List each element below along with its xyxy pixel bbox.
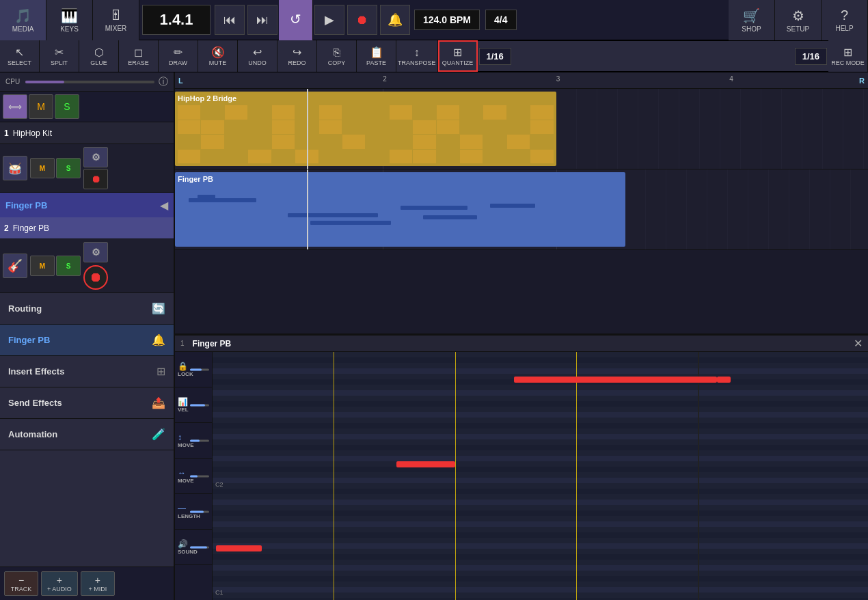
rec-mode-icon: ⊞ <box>843 46 852 59</box>
track-1-instrument-icon[interactable]: 🥁 <box>3 156 27 180</box>
insert-effects-section[interactable]: Insert Effects ⊞ <box>0 356 174 387</box>
add-audio-track-button[interactable]: + + AUDIO <box>41 571 78 596</box>
undo-tool[interactable]: ↩ UNDO <box>238 40 277 72</box>
transpose-icon: ↕ <box>414 46 420 59</box>
mute-tool[interactable]: 🔇 MUTE <box>198 40 238 72</box>
routing-label: Routing <box>8 303 152 314</box>
shop-button[interactable]: 🛒 SHOP <box>729 0 775 40</box>
setup-button[interactable]: ⚙ SETUP <box>775 0 822 40</box>
record-button[interactable]: ⏺ <box>347 5 377 35</box>
pr-sound-row[interactable]: 🔊 SOUND <box>175 530 212 565</box>
remove-track-button[interactable]: − TRACK <box>4 571 38 596</box>
time-sig-display[interactable]: 4/4 <box>485 10 516 30</box>
track-1-number: 1 <box>4 128 9 138</box>
help-button[interactable]: ? HELP <box>822 0 868 40</box>
track-1-name: HipHop Kit <box>13 128 169 138</box>
ruler: L 2 3 4 R <box>175 72 868 89</box>
glue-tool[interactable]: ⬡ GLUE <box>79 40 119 72</box>
track-2-record-btn[interactable]: ⏺ <box>83 265 108 290</box>
track-1-record-btn[interactable]: ⏺ <box>83 169 108 189</box>
automation-section[interactable]: Automation 🧪 <box>0 419 174 450</box>
pr-lock-row[interactable]: 🔒 LOCK <box>175 352 212 387</box>
skip-end-button[interactable]: ⏭ <box>247 5 277 35</box>
split-tool[interactable]: ✂ SPLIT <box>40 40 79 72</box>
left-panel: CPU ⓘ ⟺ M S 1 HipHop Kit 🥁 M S <box>0 72 175 600</box>
track-2-instrument-icon[interactable]: 🎸 <box>3 254 27 278</box>
insert-effects-icon: ⊞ <box>157 365 165 378</box>
track-item-1: 1 HipHop Kit 🥁 M S ⚙ ⏺ <box>0 122 174 193</box>
arr-track-1: HipHop 2 Bridge <box>175 89 868 169</box>
pr-playhead <box>698 352 699 600</box>
send-effects-section[interactable]: Send Effects 📤 <box>0 387 174 419</box>
rec-mode-tool[interactable]: ⊞ REC MODE <box>828 40 868 72</box>
add-audio-icon: + <box>57 575 62 586</box>
pr-grid[interactable]: C2 C1 <box>213 352 868 600</box>
select-tool[interactable]: ↖ SELECT <box>0 40 40 72</box>
pr-move-pitch-row[interactable]: ↕ MOVE <box>175 423 212 459</box>
mixer-button[interactable]: 🎚 MIXER <box>93 0 139 40</box>
master-solo-btn[interactable]: S <box>55 94 79 119</box>
redo-tool[interactable]: ↪ REDO <box>277 40 317 72</box>
arr-track-1-bg[interactable]: HipHop 2 Bridge <box>175 89 868 169</box>
add-midi-track-button[interactable]: + + MIDI <box>81 571 115 596</box>
pr-col-line-3 <box>576 352 577 600</box>
cpu-slider[interactable] <box>25 81 154 83</box>
pr-note-bottom[interactable] <box>216 545 262 551</box>
c1-label: C1 <box>215 589 223 596</box>
send-effects-label: Send Effects <box>8 398 152 408</box>
pr-length-row[interactable]: — LENGTH <box>175 494 212 530</box>
track-2-solo-btn[interactable]: S <box>56 256 81 276</box>
pr-title: Finger PB <box>193 339 854 349</box>
track-2-gear-btn[interactable]: ⚙ <box>83 242 108 262</box>
track-2-name-row[interactable]: Finger PB ◀ <box>0 193 174 217</box>
pr-move-time-row[interactable]: ↔ MOVE <box>175 459 212 494</box>
arr-track-2-bg[interactable]: Finger PB <box>175 169 868 249</box>
erase-tool[interactable]: ◻ ERASE <box>119 40 159 72</box>
move-vertical-icon: ↕ <box>178 433 182 442</box>
second-toolbar: ↖ SELECT ✂ SPLIT ⬡ GLUE ◻ ERASE ✏ DRAW 🔇… <box>0 41 868 72</box>
track-2-mute-btn[interactable]: M <box>30 256 55 276</box>
media-button[interactable]: 🎵 MEDIA <box>0 0 46 40</box>
pr-note-long[interactable] <box>514 377 717 383</box>
finger-pb-section[interactable]: Finger PB 🔔 <box>0 325 174 356</box>
paste-tool[interactable]: 📋 PASTE <box>357 40 396 72</box>
pr-left-panel: 🔒 LOCK 📊 VEL <box>175 352 213 600</box>
paste-icon: 📋 <box>370 46 383 59</box>
move-horizontal-icon: ↔ <box>178 468 186 478</box>
insert-effects-label: Insert Effects <box>8 366 157 377</box>
master-mute-btn[interactable]: M <box>29 94 53 119</box>
pr-col-line-2 <box>455 352 456 600</box>
cpu-info-icon[interactable]: ⓘ <box>159 76 168 88</box>
metronome-button[interactable]: 🔔 <box>380 5 410 35</box>
track-1-header[interactable]: 1 HipHop Kit <box>0 122 174 144</box>
pr-vel-row[interactable]: 📊 VEL <box>175 387 212 423</box>
track-1-body: 🥁 M S ⚙ ⏺ <box>0 144 174 192</box>
quantize-value-display[interactable]: 1/16 <box>479 48 511 65</box>
bpm-display[interactable]: 124.0 BPM <box>414 10 480 30</box>
grid-value-display[interactable]: 1/16 <box>795 48 827 65</box>
loop-button[interactable]: ↺ <box>279 0 313 40</box>
track-2-header[interactable]: 2 Finger PB <box>0 217 174 239</box>
keys-button[interactable]: 🎹 KEYS <box>46 0 93 40</box>
play-button[interactable]: ▶ <box>314 5 344 35</box>
draw-tool[interactable]: ✏ DRAW <box>159 40 198 72</box>
track-1-btns-row-1: M S <box>30 158 81 178</box>
arrange-view-btn[interactable]: ⟺ <box>3 94 27 119</box>
copy-tool[interactable]: ⎘ COPY <box>317 40 357 72</box>
transpose-tool[interactable]: ↕ TRANSPOSE <box>396 40 438 72</box>
track-2-arrow-icon[interactable]: ◀ <box>160 199 168 212</box>
rewind-button[interactable]: ⏮ <box>215 5 245 35</box>
track-1-gear-btn[interactable]: ⚙ <box>83 147 108 167</box>
finger-pb-clip[interactable]: Finger PB <box>175 172 625 247</box>
pr-close-button[interactable]: ✕ <box>854 337 863 350</box>
pr-note-mid[interactable] <box>396 461 455 467</box>
quantize-tool[interactable]: ⊞ QUANTIZE <box>438 40 478 72</box>
routing-icon: 🔄 <box>152 302 165 315</box>
hiphop-clip[interactable]: HipHop 2 Bridge <box>175 92 556 166</box>
routing-section[interactable]: Routing 🔄 <box>0 293 174 325</box>
pr-body: 🔒 LOCK 📊 VEL <box>175 352 868 600</box>
track-1-mute-btn[interactable]: M <box>30 158 55 178</box>
pr-position-label: 1 <box>180 340 185 347</box>
track-1-solo-btn[interactable]: S <box>56 158 81 178</box>
track-2-number: 2 <box>4 223 9 233</box>
